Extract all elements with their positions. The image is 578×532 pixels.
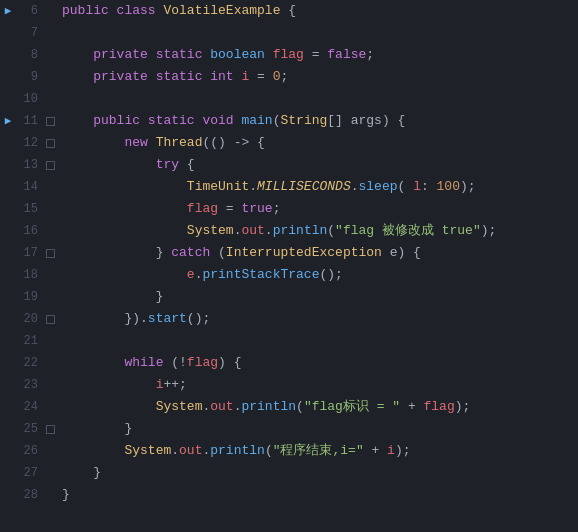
line-number: 13 [16,154,44,176]
code-line: } [62,484,578,506]
code-line: } [62,418,578,440]
token-plain: + [364,440,387,462]
token-field: out [179,440,202,462]
fold-icon[interactable] [46,117,55,126]
token-type: InterruptedException [226,242,382,264]
token-kw: catch [171,242,210,264]
token-plain: ( [327,220,335,242]
token-plain: ) { [218,352,241,374]
token-kw: public [93,110,148,132]
gutter-row: 16 [0,220,56,242]
token-kw: false [327,44,366,66]
code-editor: ▶678910▶11121314151617181920212223242526… [0,0,578,532]
gutter-row: 9 [0,66,56,88]
code-content: public class VolatileExample { private s… [56,0,578,532]
token-str: "flag 被修改成 true" [335,220,481,242]
token-type: Thread [156,132,203,154]
token-kw: static [148,110,203,132]
token-plain [62,352,124,374]
code-line: new Thread(() -> { [62,132,578,154]
gutter-row: 25 [0,418,56,440]
token-plain: = [249,66,272,88]
gutter-row: 27 [0,462,56,484]
token-plain: . [351,176,359,198]
token-plain [62,374,156,396]
line-number: 21 [16,330,44,352]
code-line: public static void main(String[] args) { [62,110,578,132]
token-kw: void [202,110,241,132]
line-number: 14 [16,176,44,198]
code-line: System.out.println("flag 被修改成 true"); [62,220,578,242]
token-plain: ); [460,176,476,198]
breakpoint-arrow[interactable]: ▶ [0,110,16,132]
token-kw: new [124,132,155,154]
token-plain: ); [395,440,411,462]
token-kw: try [156,154,179,176]
fold-area [44,249,56,258]
token-plain: (! [171,352,187,374]
token-field: out [241,220,264,242]
token-field: flag [273,44,304,66]
token-kw: private [93,44,155,66]
token-fn: println [210,440,265,462]
token-plain: . [234,396,242,418]
fold-area [44,117,56,126]
token-plain: . [249,176,257,198]
line-number: 24 [16,396,44,418]
code-line [62,22,578,44]
code-line: public class VolatileExample { [62,0,578,22]
token-plain: . [195,264,203,286]
code-line [62,88,578,110]
token-fn: println [241,396,296,418]
token-type: System [124,440,171,462]
fold-icon[interactable] [46,315,55,324]
token-type: VolatileExample [163,0,280,22]
token-plain: = [218,198,241,220]
token-plain: ( [296,396,304,418]
token-type: TimeUnit [187,176,249,198]
token-plain [62,220,187,242]
token-fn: main [241,110,272,132]
token-plain: . [202,396,210,418]
line-number: 27 [16,462,44,484]
fold-icon[interactable] [46,139,55,148]
line-number: 7 [16,22,44,44]
token-plain: . [265,220,273,242]
token-num: 0 [273,66,281,88]
line-number: 10 [16,88,44,110]
token-fn: printStackTrace [202,264,319,286]
token-plain: ( [273,110,281,132]
token-field: e [187,264,195,286]
token-plain: } [62,462,101,484]
gutter-row: 28 [0,484,56,506]
token-field: i [241,66,249,88]
code-line: }).start(); [62,308,578,330]
fold-area [44,315,56,324]
breakpoint-arrow[interactable]: ▶ [0,0,16,22]
line-number: 8 [16,44,44,66]
token-plain [62,396,156,418]
token-type: System [156,396,203,418]
token-kw: static [156,44,211,66]
token-plain: { [280,0,296,22]
code-line: try { [62,154,578,176]
token-kw-blue: boolean [210,44,272,66]
token-const: MILLISECONDS [257,176,351,198]
token-plain: . [202,440,210,462]
line-number: 19 [16,286,44,308]
code-line: TimeUnit.MILLISECONDS.sleep( l: 100); [62,176,578,198]
token-plain: }). [62,308,148,330]
gutter-row: 8 [0,44,56,66]
gutter-row: 26 [0,440,56,462]
fold-icon[interactable] [46,161,55,170]
fold-icon[interactable] [46,249,55,258]
token-fn: println [273,220,328,242]
token-plain: : [421,176,437,198]
gutter-row: ▶6 [0,0,56,22]
line-number: 20 [16,308,44,330]
line-number: 6 [16,0,44,22]
code-line [62,330,578,352]
code-line: i++; [62,374,578,396]
fold-icon[interactable] [46,425,55,434]
token-kw: private [93,66,155,88]
